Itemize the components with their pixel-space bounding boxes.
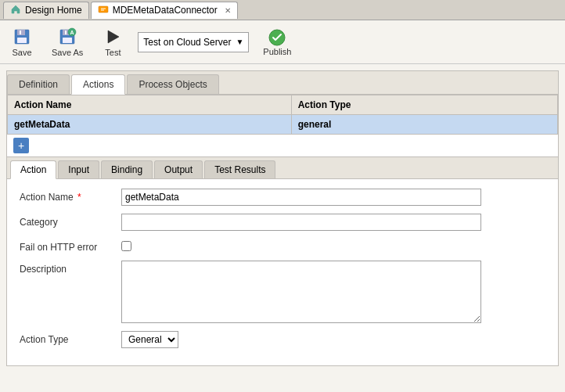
- category-row: Category: [20, 214, 545, 231]
- tab-mde-connector-label: MDEMetaDataConnector: [113, 5, 218, 16]
- inner-tab-action[interactable]: Action: [10, 160, 56, 179]
- description-row: Description: [20, 261, 545, 323]
- fail-on-http-error-label: Fail on HTTP error: [20, 239, 121, 253]
- action-name-input[interactable]: [121, 189, 481, 206]
- tab-mde-connector[interactable]: MDEMetaDataConnector ✕: [91, 2, 238, 19]
- category-input[interactable]: [121, 214, 481, 231]
- publish-label: Publish: [263, 47, 291, 56]
- svg-rect-10: [65, 31, 67, 34]
- tab-close-icon[interactable]: ✕: [225, 6, 231, 15]
- action-type-label: Action Type: [20, 331, 121, 345]
- add-action-button[interactable]: +: [13, 138, 29, 153]
- add-row: +: [7, 135, 558, 157]
- svg-rect-9: [63, 38, 72, 43]
- inner-tab-test-results[interactable]: Test Results: [204, 160, 275, 178]
- col-action-type: Action Type: [291, 95, 557, 115]
- category-label: Category: [20, 214, 121, 228]
- inner-tab-output[interactable]: Output: [154, 160, 203, 178]
- svg-rect-0: [99, 6, 108, 13]
- svg-text:A: A: [70, 30, 74, 35]
- table-row[interactable]: getMetaData general: [8, 115, 558, 135]
- home-icon: [10, 4, 21, 17]
- form-area: Action Name * Category Fail on HTTP erro…: [7, 179, 558, 365]
- svg-rect-5: [17, 38, 27, 43]
- inner-tabs: Action Input Binding Output Test Results: [7, 157, 558, 179]
- publish-icon: [268, 28, 286, 47]
- save-as-label: Save As: [52, 48, 83, 57]
- svg-marker-13: [108, 31, 119, 43]
- publish-button[interactable]: Publish: [258, 27, 296, 58]
- content-panel: Action Name Action Type getMetaData gene…: [6, 94, 559, 366]
- action-type-row: Action Type General: [20, 331, 545, 348]
- inner-tab-input[interactable]: Input: [58, 160, 99, 178]
- test-label: Test: [105, 48, 121, 57]
- save-button[interactable]: Save: [6, 26, 38, 59]
- save-as-button[interactable]: A Save As: [47, 26, 88, 59]
- action-type-select[interactable]: General: [121, 331, 178, 348]
- save-label: Save: [12, 48, 31, 57]
- description-label: Description: [20, 261, 121, 275]
- tab-process-objects[interactable]: Process Objects: [127, 74, 218, 94]
- tab-actions[interactable]: Actions: [71, 74, 125, 95]
- test-dropdown[interactable]: Test on Cloud Server ▼: [138, 32, 249, 52]
- action-name-cell: getMetaData: [8, 115, 292, 135]
- tab-design-home-label: Design Home: [25, 5, 82, 16]
- description-textarea[interactable]: [121, 261, 481, 323]
- action-name-label: Action Name *: [20, 189, 121, 203]
- toolbar: Save A Save As Test Test on Cloud Server…: [0, 20, 565, 64]
- connector-icon: [98, 4, 109, 17]
- main-content: Definition Actions Process Objects Actio…: [0, 64, 565, 392]
- chevron-down-icon: ▼: [236, 38, 243, 46]
- action-table: Action Name Action Type getMetaData gene…: [7, 95, 558, 135]
- test-button[interactable]: Test: [97, 26, 128, 59]
- fail-on-http-error-row: Fail on HTTP error: [20, 239, 545, 253]
- required-indicator: *: [77, 192, 81, 203]
- tab-definition[interactable]: Definition: [7, 74, 70, 94]
- svg-rect-6: [20, 31, 21, 34]
- play-icon: [103, 27, 122, 46]
- test-dropdown-label: Test on Cloud Server: [143, 37, 231, 48]
- tab-bar: Design Home MDEMetaDataConnector ✕: [0, 0, 565, 20]
- save-as-icon: A: [58, 27, 77, 46]
- fail-on-http-error-checkbox[interactable]: [121, 241, 131, 251]
- inner-tab-binding[interactable]: Binding: [101, 160, 153, 178]
- save-icon: [13, 27, 31, 46]
- top-tabs: Definition Actions Process Objects: [6, 70, 559, 94]
- col-action-name: Action Name: [8, 95, 292, 115]
- tab-design-home[interactable]: Design Home: [3, 2, 89, 19]
- action-type-cell: general: [291, 115, 557, 135]
- action-name-row: Action Name *: [20, 189, 545, 206]
